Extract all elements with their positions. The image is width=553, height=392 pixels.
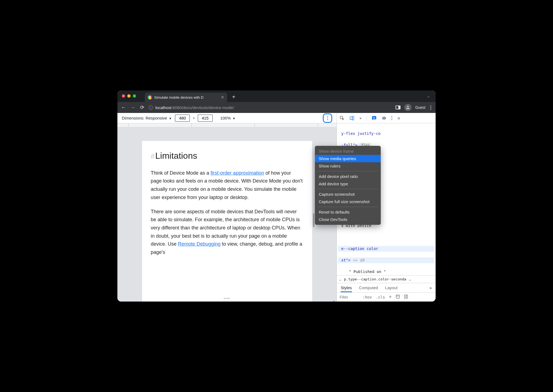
maximize-window-button[interactable] [133, 94, 136, 98]
filter-input[interactable] [340, 295, 359, 299]
breadcrumb[interactable]: … p.type--caption.color-seconda … [337, 275, 436, 283]
menu-reset-defaults[interactable]: Reset to defaults [315, 208, 381, 216]
profile-label[interactable]: Guest [415, 105, 425, 110]
toolbar-separator [366, 115, 367, 121]
tab-computed[interactable]: Computed [359, 285, 378, 290]
toggle-device-mode-icon[interactable] [349, 116, 354, 121]
device-toolbar-more-button[interactable] [323, 113, 332, 123]
feedback-icon[interactable] [372, 116, 377, 121]
close-window-button[interactable] [122, 94, 125, 98]
device-more-menu: Show device frame Show media queries Sho… [315, 146, 381, 225]
tab-layout[interactable]: Layout [385, 285, 397, 290]
menu-show-device-frame[interactable]: Show device frame [315, 147, 381, 155]
url-text: localhost:8080/docs/devtools/device-mode… [155, 105, 234, 110]
overflow-tabs-icon[interactable]: » [430, 285, 432, 290]
menu-separator [318, 189, 378, 189]
styles-filter-bar: :hov .cls + [337, 292, 436, 302]
omnibox[interactable]: i localhost:8080/docs/devtools/device-mo… [149, 105, 392, 110]
back-button[interactable]: ← [121, 105, 126, 110]
width-input[interactable] [175, 115, 190, 122]
overflow-tabs-icon[interactable]: » [359, 116, 362, 120]
menu-show-media-queries[interactable]: Show media queries [315, 155, 381, 162]
menu-separator [318, 207, 378, 207]
tab-list-chevron-icon[interactable]: ⌄ [427, 94, 430, 98]
site-info-icon[interactable]: i [149, 105, 153, 110]
resize-handle-bottom[interactable]: ══ [224, 296, 230, 300]
toggle-sidebar-icon[interactable] [404, 294, 408, 300]
close-tab-icon[interactable]: ✕ [221, 95, 224, 100]
minimize-window-button[interactable] [127, 94, 131, 98]
resize-handle-right[interactable] [313, 213, 314, 227]
computed-styles-icon[interactable] [396, 294, 400, 300]
styles-tabs: Styles Computed Layout » [337, 283, 436, 292]
crumb-overflow-left[interactable]: … [339, 277, 341, 281]
menu-separator [318, 171, 378, 171]
devtools-menu-icon[interactable] [391, 116, 392, 120]
tab-strip: Simulate mobile devices with D ✕ ＋ ⌄ [117, 90, 436, 102]
browser-tab[interactable]: Simulate mobile devices with D ✕ [145, 93, 227, 102]
settings-gear-icon[interactable] [382, 116, 386, 121]
device-viewport: #Limitations Think of Device Mode as a f… [117, 127, 337, 302]
svg-rect-1 [350, 117, 352, 120]
media-query-ruler[interactable] [117, 123, 337, 127]
menu-capture-screenshot[interactable]: Capture screenshot [315, 191, 381, 198]
dimensions-dropdown[interactable]: Dimensions: Responsive ▼ [122, 116, 172, 120]
devtools-toolbar: » ✕ [337, 113, 436, 123]
zoom-dropdown[interactable]: 100% ▼ [220, 116, 235, 120]
content-area: Dimensions: Responsive ▼ × 100% ▼ #Limit… [117, 113, 436, 302]
cls-toggle[interactable]: .cls [376, 295, 385, 299]
crumb-overflow-right[interactable]: … [409, 277, 411, 281]
svg-rect-3 [396, 295, 399, 298]
forward-button[interactable]: → [130, 105, 136, 110]
menu-show-rulers[interactable]: Show rulers [315, 162, 381, 170]
address-bar: ← → ⟳ i localhost:8080/docs/devtools/dev… [117, 102, 436, 113]
more-icon [327, 116, 328, 120]
dimension-separator: × [193, 116, 195, 120]
inspect-element-icon[interactable] [340, 116, 345, 121]
device-toolbar: Dimensions: Responsive ▼ × 100% ▼ [117, 113, 337, 123]
new-tab-button[interactable]: ＋ [231, 93, 236, 100]
tab-styles[interactable]: Styles [341, 285, 352, 292]
first-order-link[interactable]: first-order approximation [211, 170, 264, 176]
menu-add-device-type[interactable]: Add device type [315, 180, 381, 188]
tab-title: Simulate mobile devices with D [154, 95, 219, 100]
reload-button[interactable]: ⟳ [139, 104, 145, 110]
window-controls [122, 94, 136, 98]
remote-debugging-link[interactable]: Remote Debugging [178, 241, 221, 247]
side-panel-icon[interactable] [396, 106, 400, 109]
resize-handle-corner[interactable] [331, 297, 335, 300]
page-heading: #Limitations [151, 149, 303, 163]
new-style-rule-icon[interactable]: + [389, 294, 392, 300]
svg-rect-4 [404, 295, 408, 298]
menu-close-devtools[interactable]: Close DevTools [315, 216, 381, 223]
profile-avatar-icon[interactable] [404, 104, 411, 111]
device-mode-panel: Dimensions: Responsive ▼ × 100% ▼ #Limit… [117, 113, 337, 302]
browser-window: Simulate mobile devices with D ✕ ＋ ⌄ ← →… [117, 90, 436, 302]
hov-toggle[interactable]: :hov [363, 295, 372, 299]
chrome-menu-button[interactable] [429, 106, 432, 110]
menu-capture-full-screenshot[interactable]: Capture full size screenshot [315, 198, 381, 205]
svg-rect-2 [352, 116, 354, 120]
chrome-favicon-icon [148, 95, 152, 100]
paragraph-1: Think of Device Mode as a first-order ap… [151, 169, 303, 202]
close-devtools-icon[interactable]: ✕ [397, 115, 400, 121]
crumb-selected[interactable]: p.type--caption.color-seconda [344, 277, 406, 281]
menu-add-dpr[interactable]: Add device pixel ratio [315, 173, 381, 180]
height-input[interactable] [198, 115, 213, 122]
paragraph-2: There are some aspects of mobile devices… [151, 208, 303, 257]
simulated-page[interactable]: #Limitations Think of Device Mode as a f… [142, 141, 312, 302]
